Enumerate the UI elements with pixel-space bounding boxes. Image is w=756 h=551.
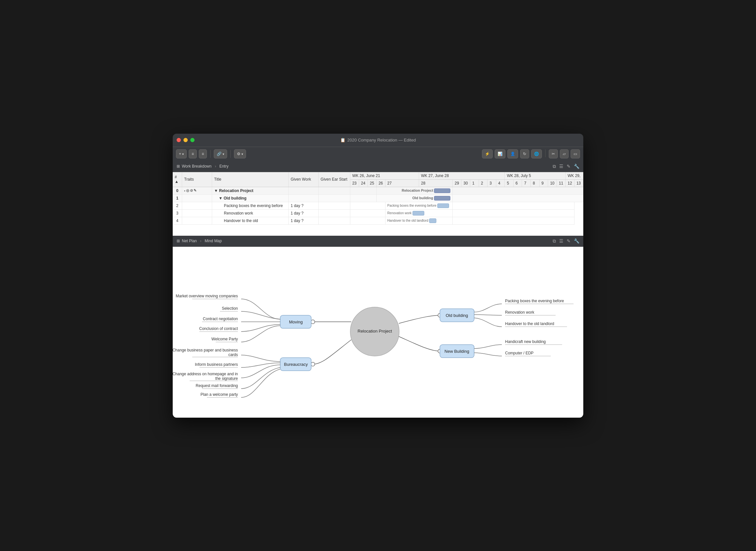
row-title: ▼ Old building — [212, 194, 289, 202]
gantt-empty — [453, 217, 574, 224]
center-to-bureau-line — [313, 340, 351, 364]
day-10: 10 — [548, 179, 557, 187]
moving-to-conclusion-line — [241, 325, 280, 332]
day-3: 3 — [487, 179, 496, 187]
window-title: 📋 2020 Company Relocation — Edited — [340, 138, 416, 142]
pin-icon-2[interactable]: ✎ — [567, 238, 571, 244]
filter-icon[interactable]: ⧉ — [553, 164, 556, 169]
gantt-bar-packing — [437, 203, 449, 208]
gantt-empty — [453, 209, 574, 217]
bureau-to-paper-line — [241, 355, 280, 362]
gantt-table-container: #▲ Traits Title Given Work Given Ear Sta… — [173, 172, 583, 236]
list-icon[interactable]: ☰ — [559, 164, 563, 169]
leaf-address2: the signature — [215, 376, 238, 381]
new-building-label: New Building — [444, 349, 469, 354]
refresh-button[interactable]: ↻ — [520, 149, 529, 158]
bottom-pane-actions: ⧉ ☰ ✎ 🔧 — [553, 238, 579, 244]
mindmap-container: Relocation Project Moving Market overvie… — [173, 247, 583, 418]
chart-button[interactable]: 📊 — [495, 149, 505, 158]
day-8: 8 — [531, 179, 540, 187]
wbs-icon: ⊞ — [177, 164, 180, 168]
trait-icon-2: ◎ — [186, 188, 189, 193]
gantt-cell — [350, 202, 385, 209]
row-given-start — [318, 209, 350, 217]
col-header-given-start: Given Ear Start — [318, 172, 350, 187]
col-header-title: Title — [212, 172, 289, 187]
day-9: 9 — [539, 179, 548, 187]
old-to-packing-line — [474, 304, 502, 312]
moving-label: Moving — [289, 320, 303, 325]
bureaucracy-label: Bureaucracy — [284, 362, 308, 367]
table-row: 0 ▪ ◎ ⊘ ✎ ▼ Relocation Project — [173, 187, 583, 194]
window1-button[interactable]: ▱ — [560, 149, 569, 158]
gantt-empty — [453, 202, 574, 209]
list-icon-2[interactable]: ☰ — [559, 238, 563, 244]
moving-connector-circle — [311, 320, 315, 324]
bottom-pane: ⊞ Net Plan › Mind Map ⧉ ☰ ✎ 🔧 Relocation… — [173, 236, 583, 418]
day-24: 24 — [359, 179, 368, 187]
gantt-cell — [350, 209, 385, 217]
leaf-market-overview: Market overview moving companies — [176, 294, 238, 298]
day-23: 23 — [350, 179, 359, 187]
link-button[interactable]: 🔗 ▾ — [214, 149, 227, 158]
row-given-start — [318, 217, 350, 224]
day-29: 29 — [453, 179, 461, 187]
titlebar: 📋 2020 Company Relocation — Edited — [173, 134, 583, 147]
bolt-button[interactable]: ⚡ — [482, 149, 493, 158]
gantt-bar-relocation — [434, 188, 450, 193]
settings-button[interactable]: ⚙ ▾ — [234, 149, 246, 158]
tools-button[interactable]: ✂ — [549, 149, 558, 158]
row-given-work: 1 day ? — [288, 209, 318, 217]
indent-button[interactable]: ≡ — [189, 149, 197, 158]
row-title: Renovation work — [212, 209, 289, 217]
filter-icon-2[interactable]: ⧉ — [553, 238, 556, 244]
outdent-button[interactable]: ≡ — [199, 149, 207, 158]
center-label: Relocation Project — [357, 329, 392, 334]
row-traits — [182, 194, 212, 202]
add-button[interactable]: + ▾ — [176, 149, 187, 158]
center-to-new-line — [399, 337, 440, 351]
row-given-start — [318, 194, 350, 202]
new-to-handicraft-line — [474, 345, 502, 349]
gantt-bar-cell: Renovation work — [385, 209, 453, 217]
row-title: Packing boxes the evening before — [212, 202, 289, 209]
window2-button[interactable]: ▭ — [571, 149, 580, 158]
day-30: 30 — [461, 179, 470, 187]
breadcrumb-sep: › — [215, 164, 216, 168]
minimize-button[interactable] — [183, 138, 188, 142]
day-11: 11 — [557, 179, 566, 187]
row-given-work: 1 day ? — [288, 202, 318, 209]
day-4: 4 — [496, 179, 505, 187]
pin-icon[interactable]: ✎ — [567, 164, 571, 169]
close-button[interactable] — [177, 138, 181, 142]
gantt-bar-cell: Relocation Project — [376, 187, 453, 194]
breadcrumb-1: Work Breakdown — [182, 164, 211, 168]
sep2 — [230, 150, 231, 158]
leaf-conclusion: Conclusion of contract — [199, 326, 238, 331]
bottom-breadcrumb-sep: › — [200, 239, 201, 243]
day-7: 7 — [522, 179, 531, 187]
wrench-icon-2[interactable]: 🔧 — [574, 238, 579, 244]
person-button[interactable]: 👤 — [507, 149, 518, 158]
row-traits — [182, 202, 212, 209]
gantt-cell — [350, 187, 376, 194]
day-12: 12 — [565, 179, 574, 187]
day-6: 6 — [513, 179, 522, 187]
globe-button[interactable]: 🌐 — [531, 149, 542, 158]
traffic-lights — [177, 138, 195, 142]
week-header-27: WK 27, June 28 — [419, 172, 504, 180]
row-given-work: 1 day ? — [288, 217, 318, 224]
leaf-selection: Selection — [222, 306, 238, 311]
row-num: 4 — [173, 217, 182, 224]
row-num: 3 — [173, 209, 182, 217]
week-header-28: WK 28, July 5 — [505, 172, 566, 180]
row-given-work — [288, 187, 318, 194]
toolbar: + ▾ ≡ ≡ 🔗 ▾ ⚙ ▾ ⚡ 📊 👤 ↻ 🌐 ✂ ▱ ▭ — [173, 147, 583, 161]
wrench-icon[interactable]: 🔧 — [574, 164, 579, 169]
gantt-empty — [453, 187, 583, 194]
top-pane-actions: ⧉ ☰ ✎ 🔧 — [553, 164, 579, 169]
row-given-start — [318, 187, 350, 194]
fullscreen-button[interactable] — [190, 138, 195, 142]
gantt-cell — [350, 217, 385, 224]
moving-to-market-line — [241, 299, 280, 319]
